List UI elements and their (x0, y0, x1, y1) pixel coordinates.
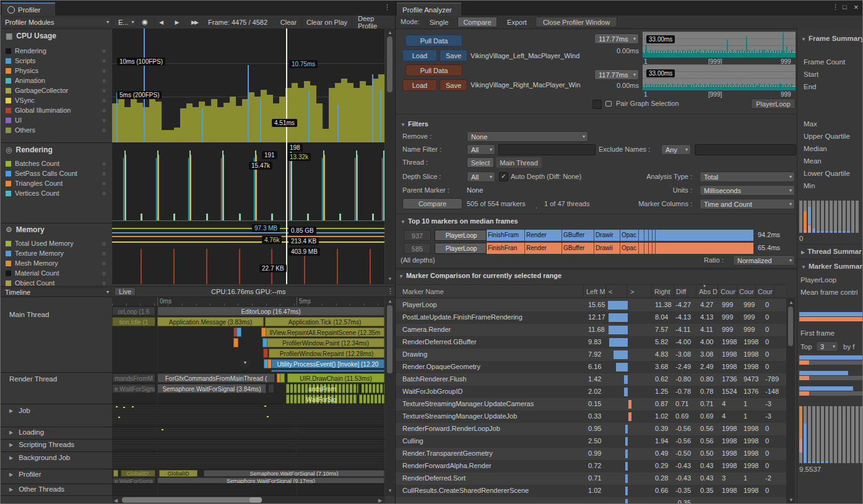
thread-select-button[interactable]: Select (467, 157, 494, 168)
drag-handle-icon[interactable]: ≡ (96, 240, 111, 247)
analyzer-menu-kebab-icon[interactable]: ⋮ (832, 3, 839, 11)
scrollbar-thumb[interactable] (788, 306, 793, 346)
timeline-bar[interactable] (233, 338, 238, 347)
drag-handle-icon[interactable]: ≡ (96, 117, 111, 124)
drag-handle-icon[interactable]: ≡ (96, 58, 111, 64)
profiler-menu-kebab-icon[interactable]: ⋮ (384, 3, 391, 11)
legend-item[interactable]: Animation≡ (3, 76, 111, 85)
scroll-down-icon[interactable]: ▼ (789, 497, 794, 503)
close-icon[interactable]: × (854, 2, 859, 12)
live-button[interactable]: Live (115, 287, 136, 296)
marker-summary-header[interactable]: ▼Marker Summar (801, 263, 862, 270)
foldout-closed-icon[interactable]: ▶ (9, 442, 13, 448)
rendering-chart[interactable]: 19119813.32k15.47k (112, 143, 384, 221)
scrollbar-thumb-handle[interactable] (249, 497, 262, 503)
thread-row-label[interactable]: Render Thread (9, 375, 57, 383)
timeline-bar[interactable] (361, 384, 384, 393)
timeline-bar[interactable]: WaitForSig (286, 394, 357, 404)
timeline-bar[interactable]: UIR.DrawChain (11.53ms) (287, 373, 384, 383)
drag-handle-icon[interactable]: ≡ (96, 160, 111, 167)
timeline-bar[interactable]: Application.Tick (12.57ms) (265, 317, 384, 326)
top10-marker-segment[interactable]: Render (525, 230, 562, 241)
collapse-chevron[interactable]: ▼ (240, 360, 251, 367)
foldout-closed-icon[interactable]: ▶ (9, 487, 13, 492)
drag-handle-icon[interactable]: ≡ (96, 48, 111, 54)
close-profiler-window-button[interactable]: Close Profiler Window (536, 17, 617, 27)
legend-item[interactable]: Total Used Memory≡ (3, 238, 111, 248)
column-separator[interactable] (737, 285, 737, 298)
top10-marker-segment[interactable]: GBuffer (562, 243, 594, 254)
timeline-bar[interactable] (268, 384, 274, 393)
exclude-names-input[interactable] (695, 144, 796, 155)
profiler-modules-dropdown[interactable]: Profiler Modules▾ (1, 17, 112, 27)
thread-row-label[interactable]: Main Thread (9, 311, 49, 318)
editor-target-dropdown[interactable]: E...▾ (114, 17, 136, 27)
column-separator[interactable] (627, 285, 627, 298)
drag-handle-icon[interactable]: ≡ (96, 250, 111, 257)
timeline-bar[interactable]: GlobalID: (121, 470, 155, 477)
drag-handle-icon[interactable]: ≡ (96, 280, 111, 287)
scrollbar-thumb[interactable] (122, 497, 261, 503)
table-row[interactable]: Render.OpaqueGeometry6.163.68-2.492.4919… (396, 361, 786, 373)
save-right-button[interactable]: Save (440, 79, 467, 91)
next-frame-button[interactable]: ▶ (170, 17, 184, 27)
timeline-view-dropdown[interactable]: Timeline▾ (1, 287, 112, 297)
legend-item[interactable]: Physics≡ (3, 66, 111, 76)
timeline-bar[interactable] (263, 349, 268, 358)
legend-item[interactable]: Rendering≡ (3, 46, 111, 56)
timeline-bar[interactable]: ProfilerWindow.Repaint (12.28ms) (269, 349, 384, 358)
drag-handle-icon[interactable]: ≡ (96, 180, 111, 187)
top10-marker-bar[interactable]: PlayerLoopFinishFramRenderGBufferDrawirO… (435, 230, 753, 241)
column-separator[interactable] (651, 285, 652, 298)
frame-summary-histogram[interactable] (799, 201, 863, 233)
timeline-bar[interactable]: Semaphore.WaitForSignal (3.84ms) (157, 384, 266, 393)
legend-item[interactable]: GarbageCollector≡ (3, 85, 111, 95)
scroll-up-icon[interactable]: ▲ (789, 300, 794, 305)
column-header[interactable]: Right (654, 288, 673, 295)
table-row[interactable]: Drawing7.924.83-3.083.08199819980 (396, 349, 786, 361)
table-row[interactable]: -0.35 (396, 497, 786, 504)
tab-profile-analyzer[interactable]: Profile Analyzer (397, 2, 461, 15)
top10-marker-segment[interactable]: GBuffer (562, 230, 594, 241)
filters-header[interactable]: ▼Filters (401, 120, 428, 128)
timeline-bar[interactable]: e.WaitForSigna (112, 477, 155, 484)
legend-item[interactable]: Scripts≡ (3, 56, 111, 66)
pair-graph-selection-checkbox[interactable] (592, 100, 602, 109)
drag-handle-icon[interactable]: ≡ (96, 190, 111, 197)
column-header[interactable]: Left M (586, 288, 605, 295)
table-scrollbar[interactable]: ▲ ▼ (786, 298, 795, 504)
drag-handle-icon[interactable]: ≡ (96, 67, 111, 74)
thread-row-label[interactable]: ▶Other Threads (9, 485, 64, 493)
exclude-mode-dropdown[interactable]: Any▾ (661, 144, 691, 155)
drag-handle-icon[interactable]: ≡ (96, 107, 111, 114)
column-header[interactable]: Abs D (699, 288, 718, 295)
top10-marker-segment[interactable]: FinishFran (487, 243, 525, 254)
thread-row-label[interactable]: ▶Profiler (9, 471, 41, 478)
foldout-closed-icon[interactable]: ▶ (9, 455, 13, 461)
timeline-bar[interactable]: Semaphore.WaitForSignal (9.17ms) (157, 477, 384, 484)
legend-item[interactable]: Texture Memory≡ (3, 248, 111, 258)
marker-summary-histogram[interactable] (799, 406, 863, 463)
deep-profile-button[interactable]: Deep Profile (354, 17, 395, 27)
memory-module-header[interactable]: ⚙ Memory (6, 225, 45, 234)
table-row[interactable]: TextureStreamingManager.UpdateCameras0.1… (396, 398, 786, 411)
dataset-right-yaxis-dropdown[interactable]: 117.77ms▾ (594, 69, 639, 80)
compare-button[interactable]: Compare (402, 198, 462, 209)
rendering-module-header[interactable]: ◎ Rendering (6, 146, 53, 154)
scrollbar-thumb[interactable] (387, 37, 392, 92)
table-row[interactable]: Camera.Render11.687.57-4.114.119999990 (396, 324, 786, 336)
top10-marker-bar[interactable]: PlayerLoopFinishFranRenderGBufferDrawiiO… (435, 243, 753, 254)
thread-summary-header[interactable]: ▶Thread Summar (801, 248, 862, 255)
timeline-bar[interactable]: mandsFromM (112, 373, 155, 383)
dataset-right-graph[interactable] (643, 64, 796, 90)
memory-chart[interactable]: 97.3 MB0.85 GB4.76k213.4 KB403.9 MB22.7 … (112, 224, 384, 284)
column-separator[interactable] (696, 285, 696, 298)
drag-handle-icon[interactable]: ≡ (96, 260, 111, 267)
table-row[interactable]: Culling2.501.94-0.560.56199819980 (396, 435, 786, 448)
pull-data-right-button[interactable]: Pull Data (405, 64, 462, 76)
thread-row-label[interactable]: ▶Loading (9, 428, 44, 436)
units-dropdown[interactable]: Milliseconds▾ (700, 185, 795, 196)
column-header[interactable]: Marker Name (402, 288, 576, 295)
timeline-bar[interactable] (271, 370, 384, 372)
auto-depth-checkbox[interactable]: ✓ (499, 172, 508, 181)
